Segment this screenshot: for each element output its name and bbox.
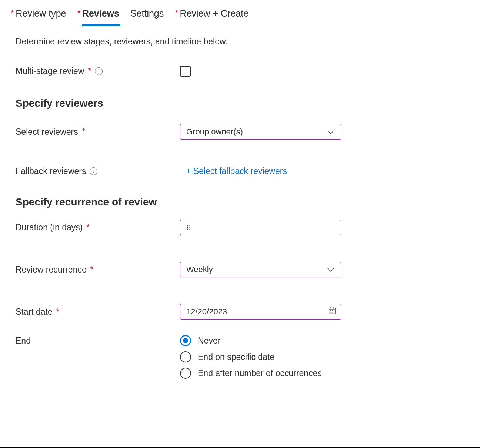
- label-end: End: [16, 335, 180, 346]
- control-end: Never End on specific date End after num…: [180, 335, 341, 379]
- tab-label: Settings: [130, 8, 164, 19]
- row-fallback-reviewers: Fallback reviewers i + Select fallback r…: [16, 166, 465, 176]
- info-icon[interactable]: i: [95, 67, 103, 75]
- radio-end-occurrences[interactable]: End after number of occurrences: [180, 368, 341, 379]
- radio-label: End on specific date: [198, 352, 274, 362]
- radio-dot-icon: [183, 338, 188, 343]
- tab-review-create[interactable]: *Review + Create: [175, 8, 249, 26]
- label-text: Start date: [16, 307, 53, 317]
- svg-rect-5: [332, 310, 333, 311]
- radio-label: Never: [198, 336, 220, 346]
- label-multi-stage: Multi-stage review * i: [16, 66, 180, 76]
- select-value: Weekly: [186, 265, 213, 274]
- tab-reviews[interactable]: *Reviews: [77, 8, 119, 26]
- radio-button-icon: [180, 351, 191, 362]
- control-duration: [180, 220, 341, 235]
- control-review-recurrence: Weekly: [180, 262, 341, 277]
- svg-rect-9: [334, 312, 334, 313]
- control-select-reviewers: Group owner(s): [180, 124, 341, 140]
- calendar-icon: [329, 307, 336, 317]
- row-multi-stage: Multi-stage review * i: [16, 66, 465, 77]
- duration-input[interactable]: [180, 220, 341, 235]
- select-fallback-reviewers-link[interactable]: + Select fallback reviewers: [186, 166, 287, 176]
- row-duration: Duration (in days) *: [16, 220, 465, 235]
- svg-rect-6: [334, 310, 334, 311]
- required-star: *: [87, 223, 90, 233]
- row-end: End Never End on specific date End after…: [16, 335, 465, 379]
- date-value: 12/20/2023: [186, 307, 227, 317]
- radio-end-never[interactable]: Never: [180, 335, 341, 346]
- control-multi-stage: [180, 66, 341, 77]
- radio-label: End after number of occurrences: [198, 368, 322, 378]
- tab-label: Reviews: [82, 8, 119, 19]
- start-date-input[interactable]: 12/20/2023: [180, 304, 341, 320]
- row-select-reviewers: Select reviewers * Group owner(s): [16, 124, 465, 140]
- review-recurrence-dropdown[interactable]: Weekly: [180, 262, 341, 277]
- section-specify-recurrence: Specify recurrence of review: [16, 196, 465, 208]
- radio-button-icon: [180, 368, 191, 379]
- label-text: Multi-stage review: [16, 66, 84, 76]
- row-start-date: Start date * 12/20/2023: [16, 304, 465, 320]
- svg-rect-4: [330, 310, 331, 311]
- content-area: Determine review stages, reviewers, and …: [0, 26, 480, 379]
- label-text: Select reviewers: [16, 127, 78, 137]
- select-reviewers-dropdown[interactable]: Group owner(s): [180, 124, 341, 140]
- tab-settings[interactable]: Settings: [130, 8, 164, 26]
- svg-rect-8: [332, 312, 333, 313]
- required-star: *: [88, 66, 91, 76]
- tab-label: Review + Create: [180, 8, 249, 19]
- label-start-date: Start date *: [16, 307, 180, 317]
- control-start-date: 12/20/2023: [180, 304, 341, 320]
- svg-rect-7: [330, 312, 331, 313]
- multi-stage-checkbox[interactable]: [180, 66, 191, 77]
- chevron-down-icon: [327, 265, 334, 274]
- info-icon[interactable]: i: [90, 167, 97, 175]
- label-fallback-reviewers: Fallback reviewers i: [16, 166, 180, 176]
- label-text: Fallback reviewers: [16, 166, 86, 176]
- select-value: Group owner(s): [186, 127, 243, 137]
- section-specify-reviewers: Specify reviewers: [16, 97, 465, 109]
- required-star: *: [90, 265, 94, 275]
- required-star: *: [175, 8, 178, 18]
- radio-end-specific-date[interactable]: End on specific date: [180, 351, 341, 362]
- intro-text: Determine review stages, reviewers, and …: [16, 37, 465, 47]
- tabs-bar: *Review type *Reviews Settings *Review +…: [0, 0, 480, 26]
- label-text: Review recurrence: [16, 265, 87, 275]
- label-select-reviewers: Select reviewers *: [16, 127, 180, 137]
- label-review-recurrence: Review recurrence *: [16, 265, 180, 275]
- required-star: *: [82, 127, 85, 137]
- required-star: *: [11, 8, 14, 18]
- label-text: End: [16, 336, 31, 346]
- required-star: *: [77, 8, 81, 18]
- tab-review-type[interactable]: *Review type: [11, 8, 66, 26]
- row-review-recurrence: Review recurrence * Weekly: [16, 262, 465, 277]
- radio-button-icon: [180, 335, 191, 346]
- control-fallback-reviewers: + Select fallback reviewers: [180, 166, 341, 176]
- chevron-down-icon: [327, 127, 334, 137]
- end-radio-group: Never End on specific date End after num…: [180, 335, 341, 379]
- label-duration: Duration (in days) *: [16, 223, 180, 233]
- label-text: Duration (in days): [16, 223, 83, 233]
- tab-label: Review type: [16, 8, 66, 19]
- required-star: *: [56, 307, 60, 317]
